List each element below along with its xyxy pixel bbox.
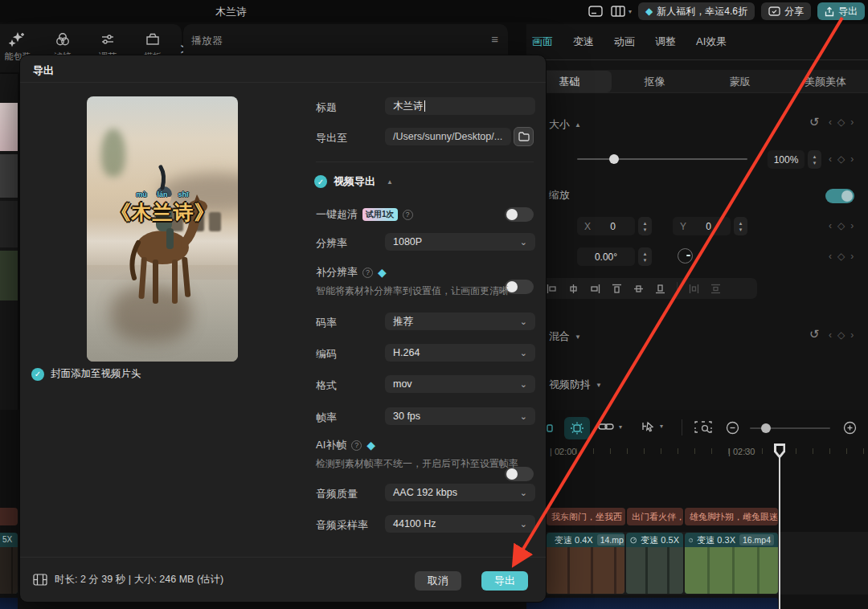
- promo-badge[interactable]: ◆ 新人福利，幸运4.6折: [638, 2, 755, 20]
- keyframe-next-icon[interactable]: ›: [850, 153, 854, 165]
- subtab-mask[interactable]: 蒙版: [698, 71, 783, 92]
- keyframe-next-icon[interactable]: ›: [850, 116, 854, 128]
- cancel-button[interactable]: 取消: [415, 571, 461, 591]
- subtab-cutout[interactable]: 抠像: [612, 71, 697, 92]
- stepper-up-icon[interactable]: ▴: [739, 220, 743, 226]
- align-center-h-icon[interactable]: [568, 284, 579, 294]
- playhead-line[interactable]: [779, 447, 780, 609]
- help-icon[interactable]: ?: [362, 268, 373, 278]
- video-clip-fragment[interactable]: 5X: [0, 533, 18, 594]
- checkbox-checked-icon[interactable]: ✓: [31, 368, 44, 381]
- collapse-icon[interactable]: ▲: [387, 178, 393, 186]
- collapse-icon[interactable]: ▲: [575, 121, 581, 129]
- text-clip[interactable]: 我东阁门，坐我西: [547, 508, 625, 525]
- stepper-up-icon[interactable]: ▴: [644, 220, 647, 226]
- path-input[interactable]: /Users/sunny/Desktop/...: [385, 128, 511, 145]
- zoom-out-icon[interactable]: [726, 421, 739, 435]
- size-slider-handle[interactable]: [609, 154, 619, 164]
- share-button[interactable]: 分享: [761, 2, 811, 20]
- keyframe-icon[interactable]: ◇: [837, 116, 845, 128]
- fps-select[interactable]: 30 fps ⌄: [385, 407, 535, 425]
- rotation-stepper[interactable]: ▴ ▾: [638, 247, 652, 266]
- expand-icon[interactable]: ▼: [575, 333, 581, 341]
- tab-ai-effects[interactable]: AI效果: [696, 35, 727, 49]
- align-top-icon[interactable]: [612, 284, 622, 294]
- hd-toggle[interactable]: [505, 207, 534, 222]
- align-bottom-icon[interactable]: [655, 284, 665, 294]
- keyframe-icon[interactable]: ◇: [837, 220, 845, 231]
- text-clip-fragment[interactable]: [0, 508, 18, 525]
- position-y-field[interactable]: Y 0: [673, 217, 731, 235]
- stepper-up-icon[interactable]: ▴: [813, 153, 817, 159]
- captions-icon[interactable]: [588, 4, 604, 18]
- help-icon[interactable]: ?: [403, 210, 413, 220]
- align-center-v-icon[interactable]: [633, 284, 644, 294]
- cover-preview[interactable]: 《 mù木 lán兰 shī诗 》: [87, 96, 238, 362]
- size-stepper[interactable]: ▴ ▾: [808, 150, 821, 169]
- keyframe-prev-icon[interactable]: ‹: [829, 116, 832, 128]
- sample-rate-select[interactable]: 44100 Hz ⌄: [385, 515, 535, 533]
- scale-toggle[interactable]: [825, 189, 854, 203]
- cover-checkbox-row[interactable]: ✓ 封面添加至视频片头: [31, 367, 141, 381]
- zoom-slider-handle[interactable]: [761, 423, 771, 433]
- keyframe-icon[interactable]: ◇: [837, 251, 845, 262]
- format-select[interactable]: mov ⌄: [385, 375, 535, 393]
- layout-switcher[interactable]: ▾: [610, 4, 632, 18]
- reset-icon[interactable]: ↺: [809, 115, 820, 129]
- stepper-down-icon[interactable]: ▾: [644, 227, 647, 232]
- sr-toggle[interactable]: [505, 280, 534, 294]
- audio-track-fragment[interactable]: [0, 598, 18, 609]
- tab-picture[interactable]: 画面: [532, 35, 553, 49]
- timeline-ruler[interactable]: | 02:00 | 02:30: [526, 445, 868, 460]
- audio-quality-select[interactable]: AAC 192 kbps ⌄: [385, 484, 535, 501]
- cursor-tool[interactable]: ▾: [641, 419, 663, 433]
- subtab-beauty[interactable]: 美颜美体: [783, 71, 868, 92]
- timeline-zoom-slider[interactable]: [750, 427, 830, 429]
- keyframe-next-icon[interactable]: ›: [850, 329, 854, 341]
- reset-icon[interactable]: ↺: [809, 327, 820, 341]
- distribute-v-icon[interactable]: [710, 284, 721, 294]
- stepper-down-icon[interactable]: ▾: [813, 160, 817, 166]
- stepper-up-icon[interactable]: ▴: [644, 251, 647, 256]
- keyframe-prev-icon[interactable]: ‹: [829, 329, 832, 341]
- browse-folder-button[interactable]: [514, 127, 534, 146]
- link-tool[interactable]: ▾: [598, 421, 622, 432]
- expand-icon[interactable]: ▼: [596, 382, 602, 389]
- media-thumbnail[interactable]: [0, 103, 18, 151]
- export-button-top[interactable]: 导出: [817, 2, 865, 20]
- keyframe-prev-icon[interactable]: ‹: [829, 220, 832, 231]
- video-clip[interactable]: 变速 0.4X 14.mp: [547, 533, 624, 594]
- resolution-select[interactable]: 1080P ⌄: [385, 233, 535, 251]
- x-stepper[interactable]: ▴ ▾: [638, 217, 652, 235]
- tab-speed[interactable]: 变速: [573, 35, 594, 49]
- tab-animation[interactable]: 动画: [614, 35, 635, 49]
- keyframe-icon[interactable]: ◇: [837, 153, 845, 165]
- video-clip[interactable]: 变速 0.3X 16.mp4: [685, 533, 778, 594]
- size-value[interactable]: 100%: [768, 150, 805, 169]
- audio-track[interactable]: [526, 598, 778, 609]
- media-thumbnail[interactable]: [0, 154, 18, 198]
- text-clip[interactable]: 出门看火伴，火: [627, 508, 683, 525]
- keyframe-next-icon[interactable]: ›: [850, 251, 854, 262]
- stepper-down-icon[interactable]: ▾: [739, 227, 743, 232]
- help-icon[interactable]: ?: [351, 440, 362, 451]
- distribute-h-icon[interactable]: [689, 284, 699, 294]
- align-left-icon[interactable]: [547, 284, 557, 294]
- checkbox-checked-icon[interactable]: ✓: [314, 175, 327, 188]
- rotation-field[interactable]: 0.00°: [577, 247, 635, 266]
- export-button[interactable]: 导出: [481, 571, 528, 591]
- split-tool-active[interactable]: [564, 417, 590, 439]
- codec-select[interactable]: H.264 ⌄: [385, 344, 535, 362]
- align-right-icon[interactable]: [590, 284, 600, 294]
- keyframe-prev-icon[interactable]: ‹: [829, 251, 832, 262]
- keyframe-prev-icon[interactable]: ‹: [829, 153, 832, 165]
- position-x-field[interactable]: X 0: [577, 217, 635, 235]
- zoom-in-icon[interactable]: [843, 421, 857, 435]
- y-stepper[interactable]: ▴ ▾: [734, 217, 747, 235]
- media-thumbnail[interactable]: [0, 201, 18, 247]
- keyframe-icon[interactable]: ◇: [837, 329, 845, 341]
- video-export-row[interactable]: ✓ 视频导出 ▲: [314, 174, 393, 189]
- rotation-dial[interactable]: [678, 248, 693, 264]
- tab-adjust[interactable]: 调整: [655, 35, 676, 49]
- text-clip[interactable]: 雄兔脚扑朔，雌兔眼迷离: [685, 508, 778, 525]
